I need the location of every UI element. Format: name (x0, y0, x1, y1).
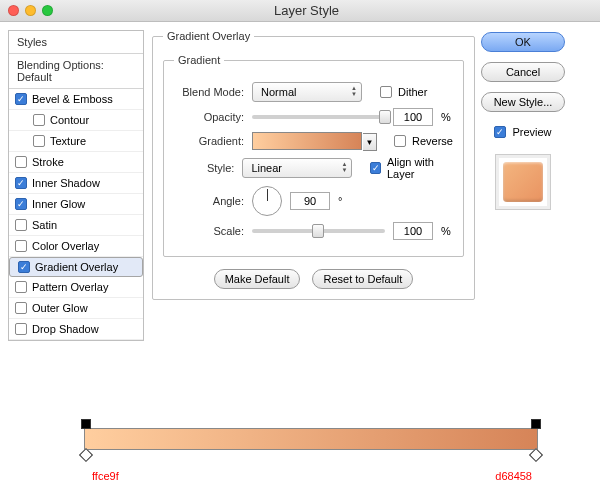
sidebar-checkbox[interactable] (15, 219, 27, 231)
sidebar-checkbox[interactable] (15, 323, 27, 335)
titlebar: Layer Style (0, 0, 600, 22)
zoom-icon[interactable] (42, 5, 53, 16)
sidebar-item-gradient-overlay[interactable]: Gradient Overlay (9, 257, 143, 277)
percent-label: % (441, 111, 453, 123)
sidebar-blending-header[interactable]: Blending Options: Default (9, 54, 143, 89)
gradient-swatch[interactable]: ▼ (252, 132, 362, 150)
sidebar-item-label: Outer Glow (32, 302, 88, 314)
align-layer-checkbox[interactable] (370, 162, 381, 174)
window-controls (0, 5, 53, 16)
sidebar-checkbox[interactable] (15, 177, 27, 189)
sidebar-item-label: Pattern Overlay (32, 281, 108, 293)
sidebar-checkbox[interactable] (33, 135, 45, 147)
make-default-button[interactable]: Make Default (214, 269, 301, 289)
reverse-checkbox[interactable] (394, 135, 406, 147)
group-legend: Gradient Overlay (163, 30, 254, 42)
sidebar-checkbox[interactable] (15, 156, 27, 168)
sidebar-item-label: Gradient Overlay (35, 261, 118, 273)
preview-checkbox[interactable] (494, 126, 506, 138)
styles-sidebar: Styles Blending Options: Default Bevel &… (8, 30, 144, 341)
new-style-button[interactable]: New Style... (481, 92, 565, 112)
dither-checkbox[interactable] (380, 86, 392, 98)
sidebar-item-color-overlay[interactable]: Color Overlay (9, 236, 143, 257)
inner-legend: Gradient (174, 54, 224, 66)
sidebar-item-drop-shadow[interactable]: Drop Shadow (9, 319, 143, 340)
chevron-updown-icon: ▲▼ (341, 161, 347, 173)
gradient-bar[interactable] (84, 428, 538, 450)
window-title: Layer Style (53, 3, 600, 18)
sidebar-item-inner-glow[interactable]: Inner Glow (9, 194, 143, 215)
angle-label: Angle: (174, 195, 244, 207)
sidebar-item-label: Bevel & Emboss (32, 93, 113, 105)
sidebar-checkbox[interactable] (15, 302, 27, 314)
sidebar-item-texture[interactable]: Texture (9, 131, 143, 152)
dither-label: Dither (398, 86, 427, 98)
preview-thumbnail (495, 154, 551, 210)
scale-slider[interactable] (252, 229, 385, 233)
sidebar-checkbox[interactable] (15, 93, 27, 105)
angle-dial[interactable] (252, 186, 282, 216)
gradient-overlay-group: Gradient Overlay Gradient Blend Mode: No… (152, 30, 475, 300)
sidebar-item-satin[interactable]: Satin (9, 215, 143, 236)
sidebar-checkbox[interactable] (18, 261, 30, 273)
sidebar-checkbox[interactable] (15, 281, 27, 293)
style-label: Style: (174, 162, 234, 174)
close-icon[interactable] (8, 5, 19, 16)
percent-label-2: % (441, 225, 453, 237)
sidebar-checkbox[interactable] (15, 240, 27, 252)
color-stop-left[interactable] (79, 448, 93, 462)
sidebar-item-inner-shadow[interactable]: Inner Shadow (9, 173, 143, 194)
sidebar-item-outer-glow[interactable]: Outer Glow (9, 298, 143, 319)
blend-mode-select[interactable]: Normal ▲▼ (252, 82, 362, 102)
gradient-editor[interactable] (84, 428, 538, 450)
preview-label: Preview (512, 126, 551, 138)
opacity-label: Opacity: (174, 111, 244, 123)
sidebar-item-label: Inner Shadow (32, 177, 100, 189)
chevron-down-icon[interactable]: ▼ (363, 133, 377, 151)
sidebar-item-label: Satin (32, 219, 57, 231)
sidebar-item-bevel-emboss[interactable]: Bevel & Emboss (9, 89, 143, 110)
sidebar-item-label: Inner Glow (32, 198, 85, 210)
degree-label: ° (338, 195, 342, 207)
sidebar-checkbox[interactable] (33, 114, 45, 126)
style-value: Linear (251, 162, 282, 174)
sidebar-item-label: Drop Shadow (32, 323, 99, 335)
gradient-label: Gradient: (174, 135, 244, 147)
gradient-inner-group: Gradient Blend Mode: Normal ▲▼ Dither (163, 54, 464, 257)
blend-mode-value: Normal (261, 86, 296, 98)
align-layer-label: Align with Layer (387, 156, 453, 180)
sidebar-item-contour[interactable]: Contour (9, 110, 143, 131)
ok-button[interactable]: OK (481, 32, 565, 52)
opacity-stop-right[interactable] (531, 419, 541, 429)
sidebar-item-pattern-overlay[interactable]: Pattern Overlay (9, 277, 143, 298)
sidebar-checkbox[interactable] (15, 198, 27, 210)
scale-field[interactable]: 100 (393, 222, 433, 240)
angle-field[interactable]: 90 (290, 192, 330, 210)
scale-label: Scale: (174, 225, 244, 237)
cancel-button[interactable]: Cancel (481, 62, 565, 82)
color-stop-right[interactable] (529, 448, 543, 462)
sidebar-item-label: Stroke (32, 156, 64, 168)
opacity-stop-left[interactable] (81, 419, 91, 429)
minimize-icon[interactable] (25, 5, 36, 16)
sidebar-styles-header[interactable]: Styles (9, 31, 143, 54)
chevron-updown-icon: ▲▼ (351, 85, 357, 97)
opacity-slider[interactable] (252, 115, 385, 119)
reverse-label: Reverse (412, 135, 453, 147)
opacity-field[interactable]: 100 (393, 108, 433, 126)
hex-labels: ffce9f d68458 (92, 470, 532, 482)
blend-mode-label: Blend Mode: (174, 86, 244, 98)
sidebar-item-stroke[interactable]: Stroke (9, 152, 143, 173)
hex-right: d68458 (495, 470, 532, 482)
hex-left: ffce9f (92, 470, 119, 482)
sidebar-item-label: Texture (50, 135, 86, 147)
reset-default-button[interactable]: Reset to Default (312, 269, 413, 289)
sidebar-item-label: Color Overlay (32, 240, 99, 252)
sidebar-item-label: Contour (50, 114, 89, 126)
style-select[interactable]: Linear ▲▼ (242, 158, 352, 178)
